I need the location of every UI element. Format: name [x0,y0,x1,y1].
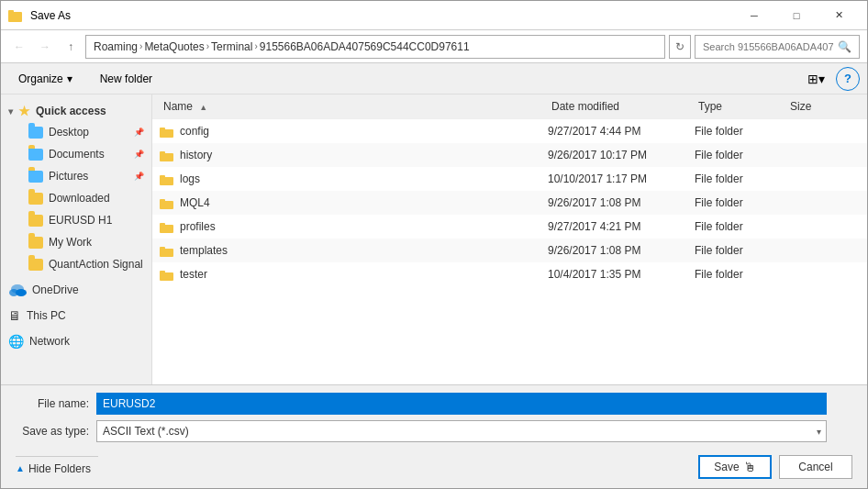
address-bar: ← → ↑ Roaming › MetaQuotes › Terminal › … [1,30,867,63]
file-name-cell: profiles [160,220,548,233]
view-button[interactable]: ⊞ ▾ [803,67,829,91]
hide-folders-label: Hide Folders [28,462,91,475]
col-date[interactable]: Date modified [548,98,695,115]
table-row[interactable]: config 9/27/2017 4:44 PM File folder [152,119,867,143]
sidebar-item-eurusd-label: EURUSD H1 [49,214,112,227]
help-button[interactable]: ? [836,67,860,91]
folder-icon [160,221,174,233]
search-input[interactable] [703,41,834,52]
maximize-button[interactable]: □ [775,1,818,30]
file-name: profiles [180,220,216,233]
quick-access-section: ▾ ★ Quick access Desktop 📌 Documents 📌 [1,98,151,275]
sidebar-item-thispc[interactable]: 🖥 This PC [1,305,151,327]
file-name-cell: tester [160,268,548,281]
svg-rect-8 [160,151,165,155]
col-size[interactable]: Size [786,98,860,115]
save-label: Save [714,461,739,473]
file-name-cell: templates [160,244,548,257]
pin-icon: 📌 [134,128,144,137]
svg-rect-12 [160,199,165,203]
view-chevron-icon: ▾ [818,72,825,86]
folder-icon [160,197,174,209]
file-type: File folder [695,268,786,281]
address-path[interactable]: Roaming › MetaQuotes › Terminal › 915566… [85,35,665,59]
table-row[interactable]: profiles 9/27/2017 4:21 PM File folder [152,215,867,239]
sort-arrow: ▲ [195,101,211,114]
window-icon [8,8,23,23]
search-box[interactable]: 🔍 [695,35,860,59]
sidebar-item-documents[interactable]: Documents 📌 [1,143,151,165]
search-icon: 🔍 [838,40,851,53]
file-name: history [180,149,212,161]
file-type: File folder [695,196,786,209]
pin-icon-docs: 📌 [134,150,144,159]
sidebar-item-my-work[interactable]: My Work [1,231,151,253]
sidebar: ▾ ★ Quick access Desktop 📌 Documents 📌 [1,94,152,384]
sidebar-item-downloaded-label: Downloaded [49,192,110,205]
sidebar-item-onedrive[interactable]: OneDrive [1,279,151,301]
table-row[interactable]: tester 10/4/2017 1:35 PM File folder [152,262,867,286]
cancel-button[interactable]: Cancel [779,455,852,479]
file-date: 9/27/2017 4:21 PM [548,220,695,233]
view-icon: ⊞ [807,72,818,86]
saveastype-select-wrapper[interactable]: ASCII Text (*.csv) CSV (*.csv) Text (*.t… [96,420,827,442]
sidebar-item-documents-label: Documents [49,148,105,161]
sidebar-item-onedrive-label: OneDrive [32,283,79,296]
organize-label: Organize [18,72,63,85]
onedrive-section: OneDrive [1,279,151,301]
hide-folders-button[interactable]: ▲ Hide Folders [16,462,91,475]
sidebar-item-pictures[interactable]: Pictures 📌 [1,165,151,187]
folder-icon [160,150,174,161]
folder-icon [160,269,174,281]
saveastype-label: Save as type: [16,425,89,438]
svg-rect-1 [8,10,14,14]
sidebar-item-network[interactable]: 🌐 Network [1,330,151,352]
saveastype-select[interactable]: ASCII Text (*.csv) CSV (*.csv) Text (*.t… [96,420,827,442]
organize-button[interactable]: Organize ▾ [8,67,83,91]
sidebar-item-quantaction-label: QuantAction Signal [49,258,143,271]
thispc-section: 🖥 This PC [1,305,151,327]
sidebar-item-thispc-label: This PC [27,309,66,322]
sidebar-item-pictures-label: Pictures [49,170,88,183]
title-bar: Save As ─ □ ✕ [1,1,867,30]
folder-icon [160,245,174,257]
new-folder-button[interactable]: New folder [90,67,162,91]
quick-access-label: Quick access [36,105,106,117]
col-name[interactable]: Name ▲ [160,98,548,115]
file-date: 9/26/2017 10:17 PM [548,149,695,161]
quantaction-folder-icon [28,259,43,271]
folder-icon [160,173,174,185]
eurusd-folder-icon [28,215,43,227]
table-row[interactable]: history 9/26/2017 10:17 PM File folder [152,143,867,167]
sidebar-item-eurusd[interactable]: EURUSD H1 [1,209,151,231]
filename-row: File name: [16,393,852,415]
pin-icon-pictures: 📌 [134,172,144,181]
file-name-cell: logs [160,172,548,185]
quick-access-header[interactable]: ▾ ★ Quick access [1,98,151,121]
forward-button[interactable]: → [34,36,56,58]
sidebar-item-desktop-label: Desktop [49,126,89,139]
main-content: ▾ ★ Quick access Desktop 📌 Documents 📌 [1,94,867,384]
filename-input[interactable] [96,393,827,415]
sidebar-item-downloaded[interactable]: Downloaded [1,187,151,209]
refresh-button[interactable]: ↻ [669,35,691,59]
sidebar-item-network-label: Network [29,335,70,348]
back-button[interactable]: ← [8,36,30,58]
minimize-button[interactable]: ─ [733,1,775,30]
sidebar-item-quantaction[interactable]: QuantAction Signal [1,253,151,275]
close-button[interactable]: ✕ [818,1,860,30]
save-button[interactable]: Save 🖱 [698,455,772,479]
file-list-container: Name ▲ Date modified Type Size config 9/… [152,94,867,384]
file-date: 9/26/2017 1:08 PM [548,244,695,257]
table-row[interactable]: logs 10/10/2017 1:17 PM File folder [152,167,867,191]
hide-folders-row: ▲ Hide Folders [16,456,98,475]
table-row[interactable]: templates 9/26/2017 1:08 PM File folder [152,239,867,262]
file-name: templates [180,244,228,257]
folder-icon [160,126,174,138]
file-type: File folder [695,125,786,138]
sidebar-item-desktop[interactable]: Desktop 📌 [1,121,151,143]
table-row[interactable]: MQL4 9/26/2017 1:08 PM File folder [152,191,867,215]
file-date: 9/27/2017 4:44 PM [548,125,695,138]
col-type[interactable]: Type [695,98,786,115]
up-button[interactable]: ↑ [60,36,82,58]
